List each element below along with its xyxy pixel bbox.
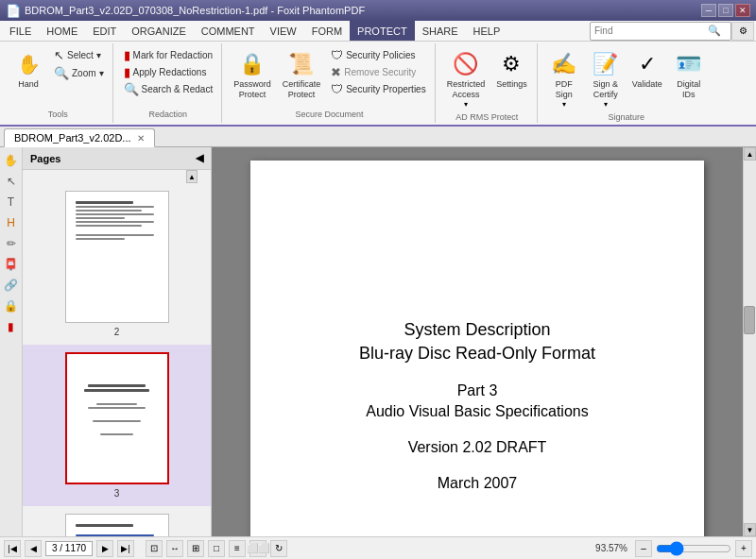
- facing-page-button[interactable]: ⬜⬜: [249, 540, 266, 557]
- menu-home[interactable]: HOME: [39, 21, 85, 41]
- page-input[interactable]: [45, 541, 93, 556]
- page-image-2: [65, 191, 169, 323]
- scroll-down-button[interactable]: ▼: [744, 523, 756, 536]
- menu-comment[interactable]: COMMENT: [194, 21, 263, 41]
- pdf-sign-button[interactable]: ✍ PDFSign ▾: [545, 47, 583, 110]
- page-thumb-2[interactable]: 2: [23, 183, 211, 345]
- tool-link[interactable]: 🔗: [2, 276, 21, 295]
- menu-form[interactable]: FORM: [304, 21, 350, 41]
- tool-lock[interactable]: 🔒: [2, 296, 21, 315]
- apply-redactions-label: Apply Redactions: [133, 67, 207, 77]
- continuous-button[interactable]: ≡: [229, 540, 246, 557]
- menu-organize[interactable]: ORGANIZE: [124, 21, 193, 41]
- close-button[interactable]: ✕: [735, 4, 750, 17]
- menu-view[interactable]: VIEW: [263, 21, 304, 41]
- zoom-out-button[interactable]: –: [635, 540, 652, 557]
- zoom-in-button[interactable]: +: [735, 540, 752, 557]
- search-settings-button[interactable]: ⚙: [731, 22, 754, 41]
- menu-file[interactable]: FILE: [2, 21, 39, 41]
- digital-ids-button[interactable]: 🪪 DigitalIDs: [670, 47, 708, 102]
- tool-highlight[interactable]: H: [2, 213, 21, 232]
- scroll-thumb[interactable]: [744, 306, 755, 334]
- document-view: System Description Blu-ray Disc Read-Onl…: [212, 147, 743, 536]
- search-redact-button[interactable]: 🔍 Search & Redact: [121, 81, 216, 97]
- left-toolbar: ✋ ↖ T H ✏ 📮 🔗 🔒 ▮: [0, 147, 23, 536]
- tab-close-button[interactable]: ✕: [137, 133, 145, 144]
- tools-group-label: Tools: [48, 108, 68, 119]
- menu-edit[interactable]: EDIT: [85, 21, 124, 41]
- security-properties-label: Security Properties: [346, 84, 425, 94]
- remove-security-button[interactable]: ✖ Remove Security: [328, 64, 419, 80]
- scroll-up-button[interactable]: ▲: [186, 170, 198, 183]
- search-icon[interactable]: 🔍: [708, 25, 721, 37]
- page-image-3: [65, 352, 169, 484]
- first-page-button[interactable]: |◀: [4, 540, 21, 557]
- pages-thumbnail-list: ▲ 2: [23, 170, 211, 536]
- hand-tool-button[interactable]: ✋ Hand: [9, 47, 47, 92]
- scroll-up-button[interactable]: ▲: [744, 147, 756, 161]
- menu-protect[interactable]: PROTECT: [350, 21, 415, 41]
- validate-button[interactable]: ✓ Validate: [628, 47, 666, 92]
- collapse-sidebar-button[interactable]: ◀: [196, 152, 203, 164]
- last-page-button[interactable]: ▶|: [117, 540, 134, 557]
- fit-page-button[interactable]: ⊡: [146, 540, 163, 557]
- prev-page-button[interactable]: ◀: [25, 540, 42, 557]
- zoom-dropdown-icon: ▾: [99, 68, 104, 78]
- actual-size-button[interactable]: ⊞: [187, 540, 204, 557]
- restricted-access-button[interactable]: 🚫 RestrictedAccess ▾: [443, 47, 490, 110]
- rotate-button[interactable]: ↻: [270, 540, 287, 557]
- zoom-button[interactable]: 🔍 Zoom ▾: [51, 65, 107, 81]
- next-page-button[interactable]: ▶: [96, 540, 113, 557]
- zoom-slider[interactable]: [656, 544, 731, 553]
- tool-select[interactable]: ↖: [2, 172, 21, 191]
- apply-redactions-button[interactable]: ▮ Apply Redactions: [121, 64, 210, 80]
- doc-version: Version 2.02 DRAFT: [359, 439, 595, 456]
- sign-certify-dropdown-icon: ▾: [604, 100, 608, 109]
- thumb-spacer: [77, 424, 158, 432]
- tool-hand[interactable]: ✋: [2, 151, 21, 170]
- password-protect-button[interactable]: 🔒 PasswordProtect: [230, 47, 275, 102]
- search-input[interactable]: [594, 25, 708, 36]
- fit-width-button[interactable]: ↔: [166, 540, 183, 557]
- menu-share[interactable]: SHARE: [415, 21, 466, 41]
- restricted-dropdown-icon: ▾: [464, 100, 468, 109]
- sign-certify-button[interactable]: 📝 Sign &Certify ▾: [587, 47, 625, 110]
- page-thumb-3[interactable]: 3: [23, 345, 211, 506]
- vertical-scrollbar[interactable]: ▲ ▼: [743, 147, 756, 536]
- mark-redaction-button[interactable]: ▮ Mark for Redaction: [121, 47, 215, 63]
- digital-ids-label: DigitalIDs: [677, 79, 700, 100]
- thumb-line: [93, 420, 142, 422]
- signature-group-label: Signature: [608, 110, 644, 122]
- pages-label: Pages: [30, 153, 60, 164]
- select-button[interactable]: ↖ Select ▾: [51, 47, 107, 63]
- rms-settings-icon: ⚙: [496, 49, 526, 79]
- doc-part-line1: Part 3: [359, 382, 595, 399]
- menu-help[interactable]: HELP: [466, 21, 508, 41]
- document-tab[interactable]: BDROM_Part3_v2.02D... ✕: [4, 128, 155, 147]
- security-policies-icon: 🛡: [331, 48, 343, 62]
- pdf-sign-label: PDFSign: [556, 79, 573, 100]
- password-label: PasswordProtect: [233, 79, 271, 100]
- scroll-track[interactable]: [744, 161, 756, 523]
- status-bar: |◀ ◀ ▶ ▶| ⊡ ↔ ⊞ □ ≡ ⬜⬜ ↻ 93.57% – +: [0, 536, 756, 559]
- tool-pencil[interactable]: ✏: [2, 234, 21, 253]
- tool-stamp[interactable]: 📮: [2, 255, 21, 274]
- redaction-group-label: Redaction: [149, 108, 188, 119]
- rms-settings-button[interactable]: ⚙ Settings: [492, 47, 531, 92]
- thumb-line: [88, 407, 145, 409]
- remove-security-label: Remove Security: [344, 67, 416, 77]
- digital-ids-icon: 🪪: [674, 49, 704, 79]
- certificate-protect-button[interactable]: 📜 CertificateProtect: [279, 47, 325, 102]
- mark-redaction-icon: ▮: [124, 48, 130, 62]
- password-icon: 🔒: [237, 49, 267, 79]
- tool-typewriter[interactable]: T: [2, 193, 21, 212]
- maximize-button[interactable]: □: [718, 4, 733, 17]
- security-policies-button[interactable]: 🛡 Security Policies: [328, 47, 418, 63]
- security-properties-button[interactable]: 🛡 Security Properties: [328, 81, 428, 97]
- single-page-button[interactable]: □: [208, 540, 225, 557]
- minimize-button[interactable]: ─: [701, 4, 716, 17]
- thumb-line: [76, 206, 155, 208]
- page-thumb-4[interactable]: 4: [23, 506, 211, 536]
- tab-bar: BDROM_Part3_v2.02D... ✕: [0, 127, 756, 147]
- tool-redact[interactable]: ▮: [2, 317, 21, 336]
